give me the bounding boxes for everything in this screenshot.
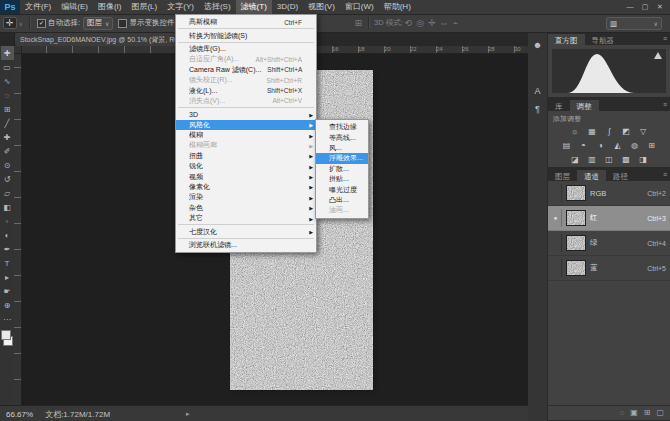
distribute-grid-icon[interactable]: ⊞ (352, 18, 364, 28)
filter-item-noise[interactable]: 杂色▶ (176, 203, 316, 213)
filter-item-3d[interactable]: 3D▶ (176, 109, 316, 119)
blur-tool[interactable]: ◦ (1, 214, 14, 228)
minimize-button[interactable]: — (623, 1, 637, 13)
menu-3d[interactable]: 3D(D) (272, 0, 303, 14)
brightness-contrast-icon[interactable]: ☼ (569, 126, 582, 137)
tab-channels[interactable]: 通道 (577, 170, 606, 181)
paragraph-panel-icon[interactable]: ¶ (530, 102, 546, 116)
visibility-eye-icon[interactable] (550, 234, 562, 252)
brush-tool[interactable]: ✐ (1, 144, 14, 158)
tool-preset-caret-icon[interactable]: ∨ (17, 20, 25, 27)
cached-data-warning-icon[interactable] (654, 52, 662, 59)
show-transform-checkbox[interactable] (118, 19, 127, 28)
foreground-color-swatch[interactable] (1, 330, 11, 340)
filter-item-render[interactable]: 渲染▶ (176, 192, 316, 202)
filter-item-localization[interactable]: 七度汉化▶ (176, 226, 316, 236)
menu-help[interactable]: 帮助(H) (379, 0, 416, 14)
load-channel-selection-icon[interactable]: ◌ (619, 407, 624, 419)
hand-tool[interactable]: ☛ (1, 284, 14, 298)
filter-item-sharpen[interactable]: 锐化▶ (176, 161, 316, 171)
marquee-tool[interactable]: ▭ (1, 60, 14, 74)
libraries-panel-icon[interactable]: ☻ (530, 38, 546, 52)
filter-item-liquify[interactable]: 液化(L)...Shift+Ctrl+X (176, 85, 316, 95)
submenu-item-solarize[interactable]: 曝光过度 (316, 184, 368, 194)
filter-item-distort[interactable]: 扭曲▶ (176, 151, 316, 161)
vibrance-icon[interactable]: ▽ (637, 126, 650, 137)
status-options-chevron-icon[interactable]: ▸ (116, 410, 190, 418)
menu-filter[interactable]: 滤镜(T) (236, 0, 272, 14)
submenu-item-emboss[interactable]: 浮雕效果... (316, 153, 368, 163)
panel-menu-icon[interactable]: ≡ (663, 171, 667, 178)
channel-row-red[interactable]: ● 红 Ctrl+3 (548, 206, 670, 231)
submenu-item-find-edges[interactable]: 查找边缘 (316, 122, 368, 132)
threshold-icon[interactable]: ◫ (603, 154, 616, 165)
filter-item-stylize[interactable]: 风格化▶ (176, 120, 316, 130)
channel-row-rgb[interactable]: RGB Ctrl+2 (548, 181, 670, 206)
filter-item-other[interactable]: 其它▶ (176, 213, 316, 223)
3d-drag-icon[interactable]: ✛ (426, 18, 438, 28)
filter-item-convert-smart[interactable]: 转换为智能滤镜(S) (176, 30, 316, 40)
hue-saturation-icon[interactable]: ▤ (560, 140, 573, 151)
eyedropper-tool[interactable]: ╱ (1, 116, 14, 130)
black-white-icon[interactable]: ◑ (594, 140, 607, 151)
gradient-tool[interactable]: ◧ (1, 200, 14, 214)
photo-filter-icon[interactable]: ◭ (611, 140, 624, 151)
curves-icon[interactable]: ∫ (603, 126, 616, 137)
menu-type[interactable]: 文字(Y) (162, 0, 199, 14)
healing-brush-tool[interactable]: ✚ (1, 130, 14, 144)
filter-item-video[interactable]: 视频▶ (176, 171, 316, 181)
submenu-item-tiles[interactable]: 拼贴... (316, 174, 368, 184)
submenu-item-wind[interactable]: 风... (316, 143, 368, 153)
lasso-tool[interactable]: ∿ (1, 74, 14, 88)
zoom-level-field[interactable]: 66.67% (0, 410, 39, 419)
tab-navigator[interactable]: 导航器 (585, 34, 622, 45)
delete-channel-icon[interactable]: ▢ (656, 407, 664, 419)
color-lookup-icon[interactable]: ⊞ (645, 140, 658, 151)
filter-item-adaptive-wide-angle[interactable]: 自适应广角(A)...Alt+Shift+Ctrl+A (176, 54, 316, 64)
type-tool[interactable]: T (1, 256, 14, 270)
tab-adjustments[interactable]: 调整 (570, 100, 599, 111)
filter-item-filter-gallery[interactable]: 滤镜库(G)... (176, 44, 316, 54)
menu-image[interactable]: 图像(I) (93, 0, 127, 14)
filter-item-blur-gallery[interactable]: 模糊画廊▶ (176, 140, 316, 150)
tab-libraries[interactable]: 库 (548, 100, 570, 111)
zoom-tool[interactable]: ⊕ (1, 298, 14, 312)
3d-roll-icon[interactable]: ◎ (414, 18, 426, 28)
tab-paths[interactable]: 路径 (606, 170, 635, 181)
filter-item-vanishing-point[interactable]: 消失点(V)...Alt+Ctrl+V (176, 96, 316, 106)
posterize-icon[interactable]: ▥ (586, 154, 599, 165)
move-tool-icon[interactable]: ✛ (3, 17, 17, 29)
move-tool[interactable]: ✛ (1, 46, 14, 60)
3d-rotate-icon[interactable]: ⟲ (403, 18, 415, 28)
visibility-eye-icon[interactable] (550, 259, 562, 277)
tab-layers[interactable]: 图层 (548, 170, 577, 181)
channel-row-green[interactable]: 绿 Ctrl+4 (548, 231, 670, 256)
filter-item-blur[interactable]: 模糊▶ (176, 130, 316, 140)
submenu-item-diffuse[interactable]: 扩散... (316, 164, 368, 174)
visibility-eye-icon[interactable] (550, 184, 562, 202)
color-swatches[interactable] (1, 330, 13, 346)
workspace-switcher-dropdown[interactable]: ▥ ∨ (606, 17, 662, 30)
menu-window[interactable]: 窗口(W) (340, 0, 379, 14)
history-brush-tool[interactable]: ↺ (1, 172, 14, 186)
selective-color-icon[interactable]: ◨ (637, 154, 650, 165)
new-channel-icon[interactable]: ⊞ (644, 407, 651, 419)
color-balance-icon[interactable]: ◓ (577, 140, 590, 151)
pen-tool[interactable]: ✒ (1, 242, 14, 256)
save-selection-as-channel-icon[interactable]: ▣ (630, 407, 638, 419)
filter-item-last-filter[interactable]: 高斯模糊Ctrl+F (176, 17, 316, 27)
exposure-icon[interactable]: ◩ (620, 126, 633, 137)
quick-selection-tool[interactable]: ◌ (1, 88, 14, 102)
crop-tool[interactable]: ⊞ (1, 102, 14, 116)
filter-item-lens-correction[interactable]: 镜头校正(R)...Shift+Ctrl+R (176, 75, 316, 85)
menu-view[interactable]: 视图(V) (303, 0, 340, 14)
character-panel-icon[interactable]: A (530, 84, 546, 98)
visibility-eye-icon[interactable]: ● (550, 209, 562, 227)
channel-mixer-icon[interactable]: ◍ (628, 140, 641, 151)
invert-icon[interactable]: ◪ (569, 154, 582, 165)
filter-item-pixelate[interactable]: 像素化▶ (176, 182, 316, 192)
path-selection-tool[interactable]: ▸ (1, 270, 14, 284)
tab-histogram[interactable]: 直方图 (548, 34, 585, 45)
auto-select-checkbox[interactable]: ✓ (37, 19, 46, 28)
menu-file[interactable]: 文件(F) (20, 0, 56, 14)
